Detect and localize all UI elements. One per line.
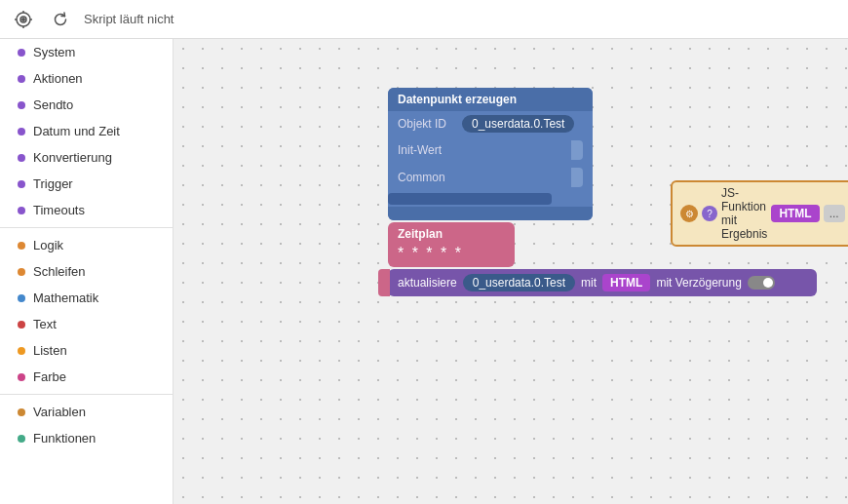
- sidebar-group-2: Logik Schleifen Mathematik Text Listen F…: [0, 232, 173, 390]
- mathematik-dot: [18, 294, 25, 302]
- objekt-id-row: Objekt ID 0_userdata.0.Test: [388, 111, 593, 136]
- mit-label: mit: [581, 276, 597, 290]
- common-row: Common: [388, 164, 593, 191]
- listen-dot: [18, 347, 25, 355]
- update-id-value[interactable]: 0_userdata.0.Test: [463, 274, 575, 291]
- common-connector: [571, 168, 583, 187]
- main-area: System Aktionen Sendto Datum und Zeit Ko…: [0, 39, 848, 504]
- sidebar-item-text[interactable]: Text: [0, 311, 173, 337]
- gear-icon[interactable]: ⚙: [680, 205, 698, 222]
- init-wert-connector: [571, 140, 583, 160]
- svg-point-6: [21, 18, 25, 21]
- sidebar-item-aktionen[interactable]: Aktionen: [0, 65, 173, 92]
- schleifen-dot: [18, 268, 25, 276]
- refresh-icon[interactable]: [47, 6, 74, 33]
- sidebar-item-konvertierung[interactable]: Konvertierung: [0, 144, 173, 171]
- objekt-id-label: Objekt ID: [398, 117, 456, 131]
- system-dot: [18, 49, 25, 57]
- init-wert-row: Init-Wert: [388, 136, 593, 164]
- update-html-pill[interactable]: HTML: [602, 274, 650, 291]
- variablen-dot: [18, 408, 25, 416]
- sidebar-item-schleifen[interactable]: Schleifen: [0, 258, 173, 285]
- canvas: Datenpunkt erzeugen Objekt ID 0_userdata…: [173, 39, 848, 504]
- sidebar-item-listen[interactable]: Listen: [0, 337, 173, 364]
- topbar: Skript läuft nicht: [0, 0, 848, 39]
- delay-toggle[interactable]: [748, 276, 775, 290]
- zeitplan-header: Zeitplan: [398, 227, 505, 241]
- target-icon[interactable]: [10, 6, 37, 33]
- funktionen-dot: [18, 435, 25, 443]
- sidebar-item-mathematik[interactable]: Mathematik: [0, 285, 173, 311]
- objekt-id-value[interactable]: 0_userdata.0.Test: [462, 115, 574, 133]
- trigger-dot: [18, 180, 25, 188]
- blue-block-footer: [388, 207, 593, 220]
- text-dot: [18, 321, 25, 329]
- sidebar-item-datum[interactable]: Datum und Zeit: [0, 118, 173, 144]
- js-html-pill[interactable]: HTML: [771, 205, 819, 222]
- zeitplan-dots: * * * * *: [398, 245, 505, 262]
- sidebar-item-timeouts[interactable]: Timeouts: [0, 197, 173, 223]
- konvertierung-dot: [18, 154, 25, 162]
- datenpunkt-header: Datenpunkt erzeugen: [388, 88, 593, 111]
- sendto-dot: [18, 101, 25, 109]
- sidebar-item-system[interactable]: System: [0, 39, 173, 65]
- sidebar-divider-2: [0, 394, 173, 395]
- init-wert-label: Init-Wert: [398, 143, 456, 157]
- delay-label: mit Verzögerung: [656, 276, 741, 290]
- sidebar-item-farbe[interactable]: Farbe: [0, 364, 173, 390]
- zeitplan-block[interactable]: Zeitplan * * * * *: [388, 222, 515, 267]
- help-icon[interactable]: ?: [702, 206, 717, 221]
- sidebar-item-variablen[interactable]: Variablen: [0, 399, 173, 425]
- sidebar-group-3: Variablen Funktionen: [0, 399, 173, 451]
- sidebar-item-logik[interactable]: Logik: [0, 232, 173, 258]
- js-function-block[interactable]: ⚙ ? JS-Funktion mit Ergebnis HTML ...: [671, 180, 848, 247]
- timeouts-dot: [18, 207, 25, 214]
- script-status: Skript läuft nicht: [84, 12, 174, 26]
- update-block[interactable]: aktualisiere 0_userdata.0.Test mit HTML …: [388, 269, 817, 296]
- sidebar-item-trigger[interactable]: Trigger: [0, 171, 173, 197]
- js-block-label: JS-Funktion mit Ergebnis: [721, 186, 767, 241]
- datenpunkt-block[interactable]: Datenpunkt erzeugen Objekt ID 0_userdata…: [388, 88, 593, 220]
- logik-dot: [18, 242, 25, 250]
- aktualisiere-label: aktualisiere: [398, 276, 457, 290]
- aktionen-dot: [18, 75, 25, 83]
- js-dots-button[interactable]: ...: [824, 205, 845, 222]
- purple-hook: [378, 269, 390, 296]
- common-label: Common: [398, 171, 456, 184]
- sidebar-divider-1: [0, 227, 173, 228]
- datum-dot: [18, 128, 25, 136]
- update-container: aktualisiere 0_userdata.0.Test mit HTML …: [388, 269, 817, 296]
- sidebar-group-1: System Aktionen Sendto Datum und Zeit Ko…: [0, 39, 173, 223]
- common-sub-block: [388, 193, 552, 205]
- sidebar: System Aktionen Sendto Datum und Zeit Ko…: [0, 39, 173, 504]
- farbe-dot: [18, 373, 25, 381]
- sidebar-item-sendto[interactable]: Sendto: [0, 92, 173, 118]
- sidebar-item-funktionen[interactable]: Funktionen: [0, 425, 173, 451]
